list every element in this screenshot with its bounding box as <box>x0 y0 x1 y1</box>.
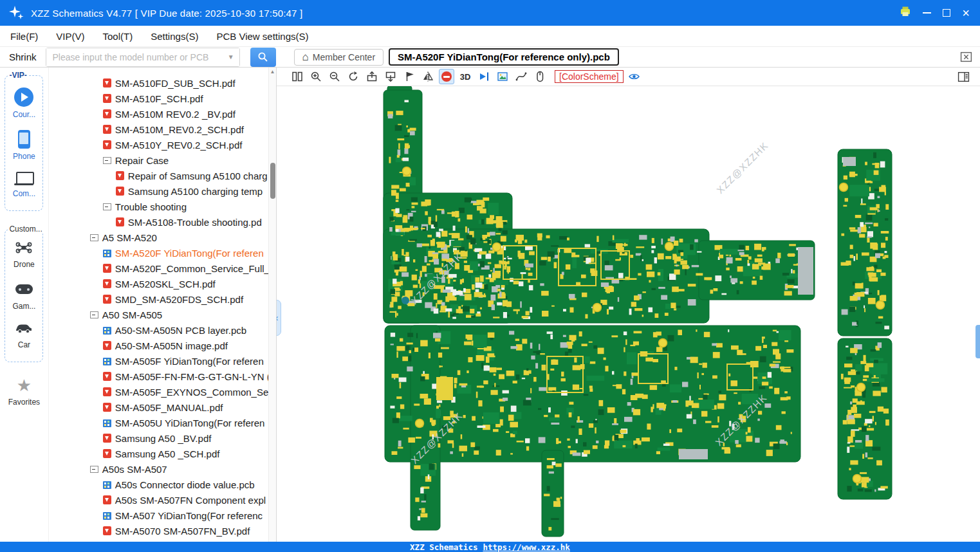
tree-file[interactable]: SM-A520SKL_SCH.pdf <box>49 276 276 291</box>
tree-file[interactable]: Samsung A50 _BV.pdf <box>49 430 276 446</box>
tree-file[interactable]: SM-A510M_REV0.2_SCH.pdf <box>49 122 276 137</box>
tree-group[interactable]: A50 SM-A505 <box>49 307 276 322</box>
pcb-icon <box>103 481 111 489</box>
probe-flag-icon[interactable] <box>402 69 417 84</box>
tree-file[interactable]: SM-A505U YiDianTong(For referen <box>49 415 276 430</box>
zoom-out-icon[interactable] <box>327 69 342 84</box>
tree-file[interactable]: SM-A510M REV0.2 _BV.pdf <box>49 106 276 122</box>
title-bar: XZZ Schematics V4.77 [ VIP Due date: 202… <box>0 0 980 26</box>
colorscheme-button[interactable]: [ColorScheme] <box>555 70 624 83</box>
tree-file[interactable]: SM-A505F_MANUAL.pdf <box>49 400 276 415</box>
tree-file[interactable]: SM-A510Y_REV0.2_SCH.pdf <box>49 137 276 152</box>
tree-file[interactable]: Samsung A50 _SCH.pdf <box>49 446 276 461</box>
3d-button[interactable]: 3D <box>458 69 473 84</box>
maximize-button[interactable] <box>943 9 950 17</box>
tree-file[interactable]: SM-A505F-FN-FM-G-GT-GN-L-YN ( <box>49 369 276 384</box>
curve-icon[interactable] <box>513 69 529 84</box>
tree-file[interactable]: A50-SM-A505N PCB layer.pcb <box>49 322 276 338</box>
tree-file[interactable]: A50s SM-A507FN Component expl <box>49 492 276 508</box>
pcb-canvas[interactable]: XZZ@XZZHK XZZ@XZZHK XZZ@XZZHK XZZ@XZZHK … <box>277 86 980 542</box>
tree-scrollbar[interactable]: ▲ <box>268 68 276 542</box>
pdf-icon <box>103 279 111 288</box>
watermark: XZZ@XZZHK <box>714 140 770 196</box>
pdf-icon <box>103 387 111 396</box>
sidebar-item-course[interactable]: Cour... <box>13 87 35 119</box>
sidebar-item-gamepad[interactable]: Gam... <box>12 280 35 311</box>
menu-pcb-view-settings[interactable]: PCB View settings(S) <box>207 31 317 42</box>
status-bar: XZZ Schematics https://www.xzz.hk <box>0 542 980 552</box>
scroll-up-icon[interactable]: ▲ <box>269 69 276 75</box>
tree-file[interactable]: SMD_SM-A520FDS_SCH.pdf <box>49 291 276 307</box>
flip-horizontal-icon[interactable] <box>420 69 436 84</box>
sidebar-item-drone[interactable]: Drone <box>14 241 35 269</box>
bottom-layer-icon[interactable] <box>383 69 398 84</box>
eye-icon[interactable] <box>627 69 642 84</box>
tree-group[interactable]: A5 SM-A520 <box>49 230 276 245</box>
tree-group[interactable]: Trouble shooting <box>49 199 276 214</box>
jump-arrow-icon[interactable] <box>476 69 492 84</box>
sidebar-item-label: Favorites <box>8 398 40 407</box>
tree-file[interactable]: A50-SM-A505N image.pdf <box>49 338 276 353</box>
tree-item-label: A50s SM-A507 <box>102 464 167 475</box>
zoom-in-icon[interactable] <box>308 69 324 84</box>
printer-icon[interactable] <box>900 6 911 20</box>
tree-file[interactable]: SM-A5108-Trouble shooting.pd <box>49 214 276 230</box>
chevron-down-icon[interactable]: ▼ <box>228 53 234 60</box>
tree-item-label: Trouble shooting <box>115 201 187 212</box>
shrink-button[interactable]: Shrink <box>5 51 41 62</box>
search-button[interactable] <box>250 48 276 67</box>
close-button[interactable]: × <box>962 7 970 19</box>
window-title: XZZ Schematics V4.77 [ VIP Due date: 202… <box>31 8 302 19</box>
diode-mode-icon[interactable] <box>439 69 454 84</box>
layers-panel-icon[interactable] <box>956 69 971 84</box>
tree-file[interactable]: SM-A520F_Common_Service_Full_S <box>49 261 276 276</box>
search-input[interactable] <box>46 48 239 66</box>
vip-group-label: -VIP- <box>8 71 28 80</box>
tree-group[interactable]: Repair Case <box>49 152 276 168</box>
tree-file[interactable]: Samsung A5100 charging temp <box>49 183 276 199</box>
menu-file[interactable]: File(F) <box>1 31 47 42</box>
sidebar-item-phone[interactable]: Phone <box>13 130 35 161</box>
right-panel-handle[interactable] <box>975 325 980 358</box>
menu-settings[interactable]: Settings(S) <box>142 31 207 42</box>
tree-file[interactable]: SM-A510FD_SUB_SCH.pdf <box>49 75 276 91</box>
menu-vip[interactable]: VIP(V) <box>47 31 93 42</box>
pcb-tab-title: SM-A520F YiDianTong(For reference only).… <box>398 51 610 62</box>
menu-tool[interactable]: Tool(T) <box>94 31 142 42</box>
statusbar-url[interactable]: https://www.xzz.hk <box>483 542 569 552</box>
sidebar-item-computer[interactable]: Com... <box>13 172 35 198</box>
top-layer-icon[interactable] <box>364 69 380 84</box>
sidebar-item-car[interactable]: Car <box>15 322 33 349</box>
tree-file[interactable]: SM-A5070 SM-A507FN_BV.pdf <box>49 523 276 538</box>
close-tab-icon[interactable] <box>960 51 972 63</box>
3d-label: 3D <box>460 72 471 82</box>
sidebar-item-favorites[interactable]: ★ Favorites <box>8 376 40 407</box>
tree-file[interactable]: Repair of Samsung A5100 charg <box>49 168 276 183</box>
pdf-icon <box>103 94 111 103</box>
file-tree-panel: SM-A510FD_SUB_SCH.pdfSM-A510F_SCH.pdfSM-… <box>48 68 276 542</box>
tree-item-label: A50s SM-A507FN Component expl <box>115 495 266 506</box>
image-capture-icon[interactable] <box>495 69 510 84</box>
collapse-tree-handle[interactable]: ‹ <box>277 300 281 336</box>
refresh-icon[interactable] <box>346 69 361 84</box>
tree-item-label: SMD_SM-A520FDS_SCH.pdf <box>115 294 243 305</box>
tree-item-label: SM-A510Y_REV0.2_SCH.pdf <box>115 140 243 151</box>
tree-group[interactable]: A50s SM-A507 <box>49 461 276 477</box>
pdf-icon <box>103 78 111 87</box>
mouse-icon[interactable] <box>532 69 548 84</box>
collapse-icon <box>90 234 98 241</box>
tree-file[interactable]: SM-A507 YiDianTong(For referenc <box>49 508 276 523</box>
tree-file[interactable]: SM-A510F_SCH.pdf <box>49 91 276 106</box>
tree-item-label: SM-A505F_MANUAL.pdf <box>115 402 223 413</box>
sidebar-item-label: Phone <box>13 152 35 161</box>
minimize-button[interactable] <box>923 12 931 14</box>
phone-icon <box>18 130 30 149</box>
member-center-button[interactable]: ⌂ Member Center <box>294 49 384 66</box>
tree-file[interactable]: SM-A505F_EXYNOS_Common_Serv <box>49 384 276 400</box>
scrollbar-thumb[interactable] <box>270 163 275 199</box>
tree-file[interactable]: SM-A520F YiDianTong(For referen <box>49 245 276 261</box>
tree-file[interactable]: SM-A505F YiDianTong(For referen <box>49 353 276 369</box>
split-view-icon[interactable] <box>290 69 305 84</box>
tree-file[interactable]: A50s Connector diode value.pcb <box>49 477 276 492</box>
pcb-file-tab[interactable]: SM-A520F YiDianTong(For reference only).… <box>389 48 619 66</box>
